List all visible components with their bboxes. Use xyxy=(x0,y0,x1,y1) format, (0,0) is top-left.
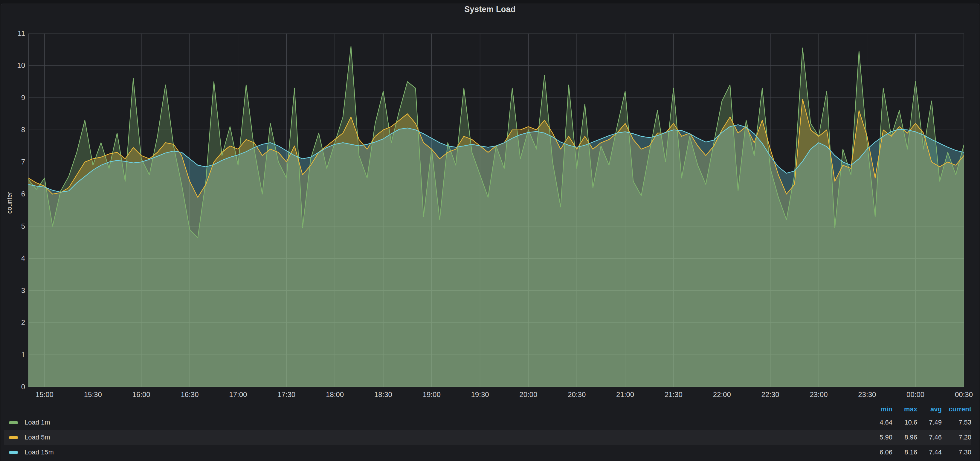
x-tick-label: 23:00 xyxy=(802,391,835,399)
x-tick-label: 19:30 xyxy=(464,391,496,399)
x-tick-label: 20:30 xyxy=(560,391,593,399)
legend-row-load-15m[interactable]: Load 15m 6.06 8.16 7.44 7.30 xyxy=(4,445,971,460)
y-tick-label: 8 xyxy=(0,126,25,134)
legend: min max avg current Load 1m 4.64 10.6 7.… xyxy=(4,404,971,460)
x-tick-label: 16:00 xyxy=(125,391,158,399)
y-tick-label: 3 xyxy=(0,286,25,295)
stat-min: 6.06 xyxy=(864,448,892,456)
x-tick-label: 00:30 xyxy=(947,391,980,399)
y-tick-label: 4 xyxy=(0,254,25,262)
y-tick-label: 10 xyxy=(0,61,25,70)
x-tick-label: 15:00 xyxy=(28,391,61,399)
series-color-key-load-15m[interactable] xyxy=(9,451,18,454)
stat-current: 7.53 xyxy=(942,418,971,426)
stat-max: 8.96 xyxy=(892,434,917,441)
x-tick-label: 18:00 xyxy=(318,391,351,399)
x-tick-label: 22:30 xyxy=(754,391,787,399)
series-name-load-15m[interactable]: Load 15m xyxy=(24,448,864,456)
legend-sort-current[interactable]: current xyxy=(942,405,971,413)
y-tick-label: 6 xyxy=(0,190,25,198)
y-tick-label: 1 xyxy=(0,351,25,359)
chart-plot-area[interactable] xyxy=(29,33,964,387)
stat-avg: 7.44 xyxy=(917,448,942,456)
x-tick-label: 16:30 xyxy=(173,391,206,399)
page-title: System Load xyxy=(0,5,980,14)
y-tick-label: 0 xyxy=(0,383,25,391)
y-tick-label: 7 xyxy=(0,158,25,166)
y-tick-label: 11 xyxy=(0,29,25,38)
stat-max: 10.6 xyxy=(892,418,917,426)
x-tick-label: 20:00 xyxy=(512,391,545,399)
x-tick-label: 18:30 xyxy=(367,391,400,399)
stat-min: 4.64 xyxy=(864,418,892,426)
x-tick-label: 15:30 xyxy=(76,391,110,399)
y-tick-label: 9 xyxy=(0,94,25,102)
legend-sort-avg[interactable]: avg xyxy=(917,405,942,413)
chart-canvas[interactable] xyxy=(29,33,964,387)
stat-max: 8.16 xyxy=(892,448,917,456)
y-tick-label: 2 xyxy=(0,318,25,327)
legend-row-load-5m[interactable]: Load 5m 5.90 8.96 7.46 7.20 xyxy=(4,430,971,445)
x-tick-label: 17:30 xyxy=(270,391,303,399)
series-color-key-load-5m[interactable] xyxy=(9,436,18,439)
y-tick-label: 5 xyxy=(0,222,25,230)
x-tick-label: 00:00 xyxy=(899,391,932,399)
x-tick-label: 22:00 xyxy=(706,391,738,399)
series-name-load-5m[interactable]: Load 5m xyxy=(24,434,864,441)
x-tick-label: 17:00 xyxy=(221,391,255,399)
legend-sort-max[interactable]: max xyxy=(892,405,917,413)
stat-min: 5.90 xyxy=(864,434,892,441)
stat-current: 7.20 xyxy=(942,434,971,441)
stat-current: 7.30 xyxy=(942,448,971,456)
x-tick-label: 21:00 xyxy=(609,391,641,399)
stat-avg: 7.46 xyxy=(917,434,942,441)
legend-row-load-1m[interactable]: Load 1m 4.64 10.6 7.49 7.53 xyxy=(4,415,971,430)
legend-header-row: min max avg current xyxy=(4,404,971,415)
legend-sort-min[interactable]: min xyxy=(864,405,892,413)
x-tick-label: 21:30 xyxy=(657,391,690,399)
stat-avg: 7.49 xyxy=(917,418,942,426)
series-color-key-load-1m[interactable] xyxy=(9,421,18,424)
x-tick-label: 19:00 xyxy=(415,391,448,399)
x-tick-label: 23:30 xyxy=(851,391,883,399)
series-name-load-1m[interactable]: Load 1m xyxy=(24,418,864,426)
